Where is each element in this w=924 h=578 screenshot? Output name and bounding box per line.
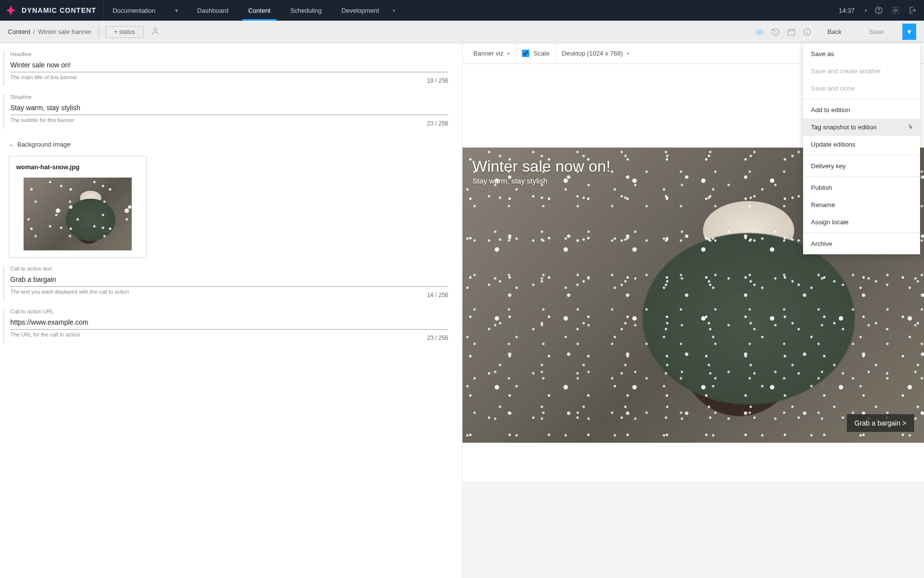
field-hint: The main title of this banner bbox=[10, 74, 421, 80]
history-icon[interactable] bbox=[771, 28, 780, 36]
breadcrumb: Content / Winter sale banner bbox=[8, 28, 91, 35]
gear-icon[interactable] bbox=[891, 5, 900, 15]
field-headline: Headline The main title of this banner 1… bbox=[3, 51, 454, 86]
workspace-dropdown[interactable]: Documentation ▾ bbox=[104, 0, 187, 21]
caret-down-icon: ▾ bbox=[507, 51, 510, 56]
logo-icon bbox=[5, 4, 17, 16]
field-strapline: Strapline The subtitle for this banner 2… bbox=[3, 94, 454, 129]
scale-checkbox[interactable] bbox=[522, 50, 529, 57]
field-label: Call to action URL bbox=[10, 308, 448, 314]
field-hint: The text you want displayed with the cal… bbox=[10, 289, 421, 295]
svg-point-4 bbox=[759, 30, 761, 33]
add-status-chip[interactable]: + status bbox=[106, 26, 143, 38]
scale-toggle[interactable]: Scale bbox=[516, 43, 556, 63]
char-count: 23 / 256 bbox=[427, 120, 448, 127]
field-hint: The subtitle for this banner bbox=[10, 117, 421, 123]
menu-tag-snapshot[interactable]: Tag snapshot to edition bbox=[803, 119, 920, 136]
cta-url-input[interactable] bbox=[10, 316, 448, 330]
field-label: Strapline bbox=[10, 94, 448, 100]
chevron-down-icon[interactable]: ▾ bbox=[865, 8, 867, 13]
logout-icon[interactable] bbox=[907, 5, 917, 15]
field-label: Call to action text bbox=[10, 266, 448, 272]
svg-point-1 bbox=[879, 12, 879, 12]
calendar-icon[interactable] bbox=[787, 28, 796, 36]
menu-archive[interactable]: Archive bbox=[803, 235, 920, 252]
cta-text-input[interactable] bbox=[10, 274, 448, 287]
caret-down-icon: ▾ bbox=[907, 27, 911, 36]
chevron-down-icon: ▾ bbox=[393, 8, 395, 13]
device-selector[interactable]: Desktop (1024 x 768) ▾ bbox=[556, 43, 635, 63]
banner-title: Winter sale now on! bbox=[472, 157, 610, 176]
field-cta-text: Call to action text The text you want di… bbox=[3, 266, 454, 301]
menu-add-to-edition[interactable]: Add to edition bbox=[803, 101, 920, 119]
workspace-label: Documentation bbox=[113, 7, 155, 14]
nav-content[interactable]: Content bbox=[238, 0, 281, 21]
form-pane: Headline The main title of this banner 1… bbox=[0, 43, 462, 578]
back-button[interactable]: Back bbox=[818, 28, 850, 35]
chevron-down-icon: ▾ bbox=[175, 7, 178, 14]
sub-toolbar: Content / Winter sale banner + status Ba… bbox=[0, 21, 924, 43]
menu-rename[interactable]: Rename bbox=[803, 196, 920, 213]
user-icon[interactable] bbox=[150, 26, 160, 38]
svg-rect-5 bbox=[788, 29, 795, 35]
menu-save-as[interactable]: Save as bbox=[803, 45, 920, 62]
char-count: 19 / 256 bbox=[427, 77, 448, 84]
menu-delivery-key[interactable]: Delivery key bbox=[803, 157, 920, 175]
strapline-input[interactable] bbox=[10, 102, 448, 115]
brand-text: DYNAMIC CONTENT bbox=[22, 6, 96, 14]
breadcrumb-leaf: Winter sale banner bbox=[38, 28, 91, 35]
save-button: Save bbox=[857, 24, 895, 39]
image-filename: woman-hat-snow.jpg bbox=[16, 163, 139, 171]
save-menu-button[interactable]: ▾ bbox=[902, 24, 916, 40]
eye-icon[interactable] bbox=[755, 28, 764, 36]
viz-selector[interactable]: Banner viz ▾ bbox=[467, 43, 516, 63]
help-icon[interactable] bbox=[874, 5, 884, 15]
top-navbar: DYNAMIC CONTENT Documentation ▾ Dashboar… bbox=[0, 0, 924, 21]
menu-publish[interactable]: Publish bbox=[803, 179, 920, 196]
field-cta-url: Call to action URL The URL for the call … bbox=[3, 308, 454, 343]
char-count: 23 / 256 bbox=[427, 335, 448, 341]
menu-save-and-close: Save and close bbox=[803, 80, 920, 97]
field-hint: The URL for the call to action bbox=[10, 332, 421, 337]
nav-development[interactable]: Development ▾ bbox=[332, 0, 405, 21]
menu-assign-locale[interactable]: Assign locale bbox=[803, 213, 920, 231]
svg-point-3 bbox=[153, 28, 157, 31]
svg-point-2 bbox=[895, 9, 897, 12]
info-icon[interactable] bbox=[803, 28, 811, 36]
banner-text-block: Winter sale now on! Stay warm, stay styl… bbox=[472, 157, 610, 185]
headline-input[interactable] bbox=[10, 59, 448, 72]
bg-image-card[interactable]: woman-hat-snow.jpg bbox=[9, 156, 146, 258]
cursor-pointer-icon bbox=[907, 123, 914, 133]
menu-save-and-another: Save and create another bbox=[803, 62, 920, 80]
save-dropdown-menu: Save as Save and create another Save and… bbox=[803, 43, 920, 254]
brand-area: DYNAMIC CONTENT bbox=[0, 0, 104, 21]
menu-update-editions[interactable]: Update editions bbox=[803, 136, 920, 153]
caret-down-icon: ▾ bbox=[627, 51, 629, 56]
breadcrumb-root[interactable]: Content bbox=[8, 28, 30, 35]
banner-subtitle: Stay warm, stay stylish bbox=[472, 177, 610, 185]
nav-scheduling[interactable]: Scheduling bbox=[281, 0, 332, 21]
image-thumbnail bbox=[24, 178, 132, 250]
bg-image-section-header[interactable]: ⌄ Background image bbox=[3, 137, 454, 152]
nav-dashboard[interactable]: Dashboard bbox=[187, 0, 238, 21]
banner-cta-button[interactable]: Grab a bargain > bbox=[847, 414, 914, 432]
topbar-right: 14:37 ▾ bbox=[838, 5, 924, 15]
chevron-down-icon: ⌄ bbox=[9, 141, 13, 148]
char-count: 14 / 256 bbox=[427, 292, 448, 299]
preview-pane: Banner viz ▾ Scale Desktop (1024 x 768) … bbox=[462, 43, 924, 578]
clock-text: 14:37 bbox=[838, 7, 855, 14]
field-label: Headline bbox=[10, 51, 448, 57]
